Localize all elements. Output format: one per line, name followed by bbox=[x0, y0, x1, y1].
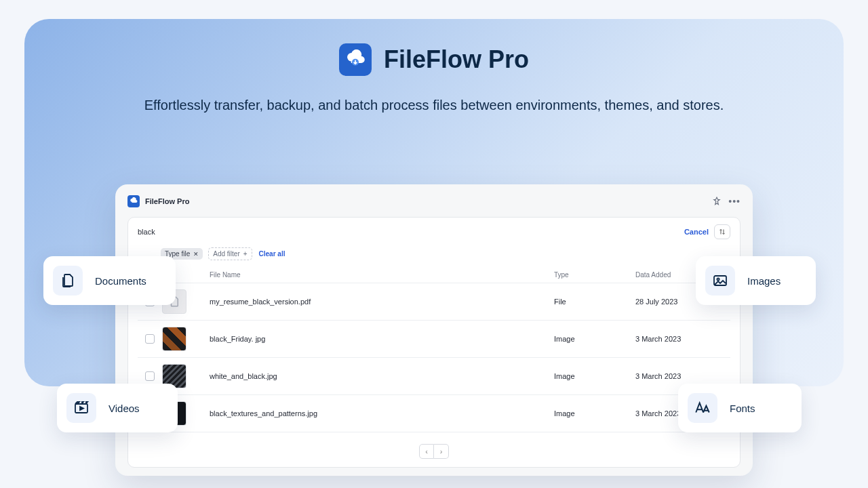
close-icon[interactable]: ✕ bbox=[193, 251, 199, 258]
table-row[interactable]: photo_cityscape_black.jpgImage3 March 20… bbox=[138, 432, 730, 439]
table-row[interactable]: my_resume_black_version.pdfFile28 July 2… bbox=[138, 283, 730, 320]
feature-label: Documents bbox=[95, 275, 146, 287]
file-name: black_textures_and_patterns.jpg bbox=[210, 409, 554, 418]
app-titlebar: FileFlow Pro ••• bbox=[127, 194, 741, 209]
more-icon[interactable]: ••• bbox=[728, 197, 741, 206]
clear-filters-button[interactable]: Clear all bbox=[259, 250, 285, 258]
table-row[interactable]: black_textures_and_patterns.jpgImage3 Ma… bbox=[138, 394, 730, 432]
cancel-button[interactable]: Cancel bbox=[684, 228, 709, 236]
feature-card-videos: Videos bbox=[57, 384, 178, 432]
app-title: FileFlow Pro bbox=[145, 197, 189, 205]
pin-icon[interactable] bbox=[712, 197, 722, 206]
file-name: my_resume_black_version.pdf bbox=[210, 298, 554, 306]
table-row[interactable]: white_and_black.jpgImage3 March 2023 bbox=[138, 357, 730, 394]
row-checkbox[interactable] bbox=[145, 334, 155, 344]
feature-label: Images bbox=[747, 275, 781, 287]
table-header: File Name Type Data Added bbox=[138, 267, 730, 283]
sort-button[interactable] bbox=[714, 224, 730, 239]
images-icon bbox=[705, 266, 735, 296]
file-name: white_and_black.jpg bbox=[210, 372, 554, 380]
file-type: File bbox=[554, 298, 635, 306]
table-row[interactable]: black_Friday. jpgImage3 March 2023 bbox=[138, 320, 730, 357]
app-logo-icon bbox=[127, 195, 140, 207]
page-next-button[interactable]: › bbox=[434, 444, 449, 459]
file-thumbnail bbox=[162, 327, 186, 351]
feature-card-documents: Documents bbox=[43, 256, 176, 305]
feature-label: Fonts bbox=[730, 403, 755, 414]
brand-logo bbox=[339, 43, 372, 76]
column-filename[interactable]: File Name bbox=[210, 271, 554, 279]
file-date: 3 March 2023 bbox=[635, 372, 730, 380]
column-type[interactable]: Type bbox=[554, 271, 635, 279]
search-input[interactable]: black bbox=[138, 228, 155, 236]
svg-point-3 bbox=[717, 278, 719, 280]
feature-card-images: Images bbox=[696, 256, 816, 305]
hero-title: FileFlow Pro bbox=[384, 45, 529, 74]
file-type: Image bbox=[554, 372, 635, 380]
fonts-icon bbox=[688, 393, 717, 423]
page-prev-button[interactable]: ‹ bbox=[419, 444, 434, 459]
feature-label: Videos bbox=[108, 403, 140, 414]
pagination: ‹ › bbox=[138, 439, 730, 467]
add-filter-button[interactable]: Add filter + bbox=[208, 247, 252, 260]
feature-card-fonts: Fonts bbox=[678, 384, 802, 432]
hero-subtitle: Effortlessly transfer, backup, and batch… bbox=[24, 95, 844, 116]
file-date: 3 March 2023 bbox=[635, 335, 730, 343]
file-type: Image bbox=[554, 409, 635, 418]
plus-icon: + bbox=[243, 250, 248, 258]
row-checkbox[interactable] bbox=[145, 371, 155, 381]
file-name: black_Friday. jpg bbox=[210, 335, 554, 343]
files-panel: black Cancel Type file ✕ Add filter + Cl… bbox=[127, 217, 741, 468]
documents-icon bbox=[53, 266, 83, 296]
app-window: FileFlow Pro ••• black Cancel Type file … bbox=[115, 184, 753, 476]
file-type: Image bbox=[554, 335, 635, 343]
videos-icon bbox=[66, 393, 96, 423]
